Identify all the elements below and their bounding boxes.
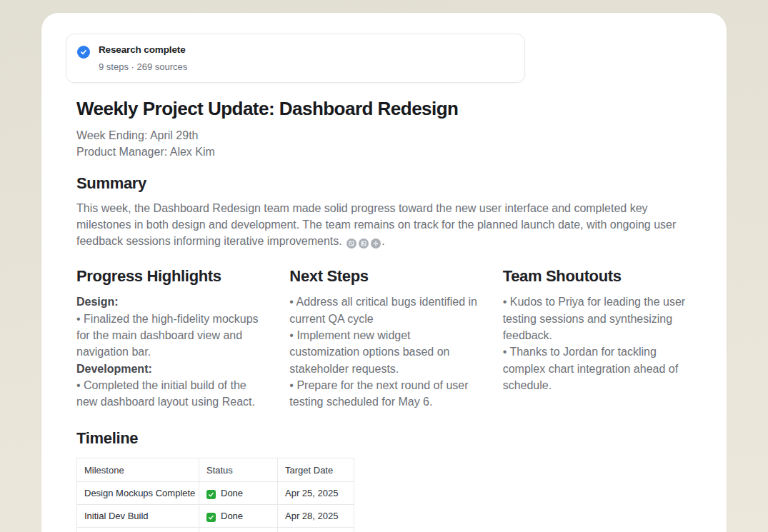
research-status-title: Research complete — [99, 44, 187, 55]
table-row: Initial Dev Build Done Apr 28, 2025 — [77, 505, 354, 528]
team-shoutouts-heading: Team Shoutouts — [503, 266, 692, 286]
bullet-item: • Kudos to Priya for leading the user te… — [503, 293, 692, 343]
notion-source-icon[interactable] — [359, 239, 369, 249]
page-title: Weekly Project Update: Dashboard Redesig… — [76, 97, 692, 121]
bullet-item: • Completed the initial build of the new… — [76, 377, 265, 411]
target-date-cell: Apr 28, 2025 — [278, 505, 354, 528]
status-cell: Done — [199, 505, 278, 528]
next-steps-heading: Next Steps — [289, 266, 478, 286]
status-text: Done — [221, 488, 243, 498]
slack-source-icon[interactable] — [371, 239, 381, 249]
bullet-item: • Thanks to Jordan for tackling complex … — [503, 343, 692, 393]
research-chip-text: Research complete 9 steps · 269 sources — [99, 44, 187, 72]
team-shoutouts-body: • Kudos to Priya for leading the user te… — [503, 293, 692, 393]
bullet-item: • Address all critical bugs identified i… — [289, 293, 478, 327]
status-text: Done — [221, 511, 243, 521]
done-check-icon — [206, 490, 216, 499]
timeline-heading: Timeline — [76, 428, 692, 448]
next-steps-body: • Address all critical bugs identified i… — [289, 293, 478, 410]
summary-paragraph: This week, the Dashboard Redesign team m… — [76, 200, 692, 250]
bullet-item: • Prepare for the next round of user tes… — [289, 377, 478, 411]
target-date-cell: May 2, 2025 — [278, 528, 354, 532]
target-date-column-header: Target Date — [278, 458, 354, 482]
milestone-column-header: Milestone — [77, 458, 199, 482]
bullet-item: • Implement new widget customization opt… — [289, 327, 478, 377]
notion-source-icon[interactable] — [346, 239, 356, 249]
status-cell: In Progress — [199, 528, 278, 532]
research-steps-sources: 9 steps · 269 sources — [99, 61, 187, 72]
doc-meta: Week Ending: April 29th Product Manager:… — [76, 127, 692, 160]
status-column-header: Status — [199, 458, 278, 482]
research-complete-check-icon — [77, 46, 90, 59]
progress-highlights-heading: Progress Highlights — [76, 266, 265, 286]
milestone-cell: QA Round 1 — [77, 528, 199, 532]
next-steps-column: Next Steps • Address all critical bugs i… — [289, 266, 478, 410]
milestone-cell: Initial Dev Build — [77, 505, 199, 528]
milestone-cell: Design Mockups Complete — [77, 482, 199, 505]
document-card: Research complete 9 steps · 269 sources … — [41, 13, 727, 532]
summary-suffix: . — [381, 235, 384, 247]
progress-highlights-body: Design: • Finalized the high-fidelity mo… — [76, 293, 265, 410]
done-check-icon — [206, 513, 216, 522]
team-shoutouts-column: Team Shoutouts • Kudos to Priya for lead… — [503, 266, 692, 410]
table-header-row: Milestone Status Target Date — [77, 458, 354, 482]
table-row: Design Mockups Complete Done Apr 25, 202… — [77, 482, 354, 505]
bullet-item: • Finalized the high-fidelity mockups fo… — [76, 311, 265, 361]
design-label: Design: — [76, 293, 265, 310]
target-date-cell: Apr 25, 2025 — [278, 482, 354, 505]
status-cell: Done — [199, 482, 278, 505]
three-column-section: Progress Highlights Design: • Finalized … — [76, 266, 692, 410]
product-manager-line: Product Manager: Alex Kim — [76, 144, 692, 160]
development-label: Development: — [76, 361, 265, 377]
progress-highlights-column: Progress Highlights Design: • Finalized … — [76, 266, 265, 410]
week-ending-line: Week Ending: April 29th — [76, 127, 692, 144]
summary-heading: Summary — [76, 174, 692, 194]
research-complete-chip[interactable]: Research complete 9 steps · 269 sources — [66, 34, 525, 83]
timeline-table: Milestone Status Target Date Design Mock… — [76, 458, 354, 532]
table-row: QA Round 1 In Progress May 2, 2025 — [77, 528, 354, 532]
